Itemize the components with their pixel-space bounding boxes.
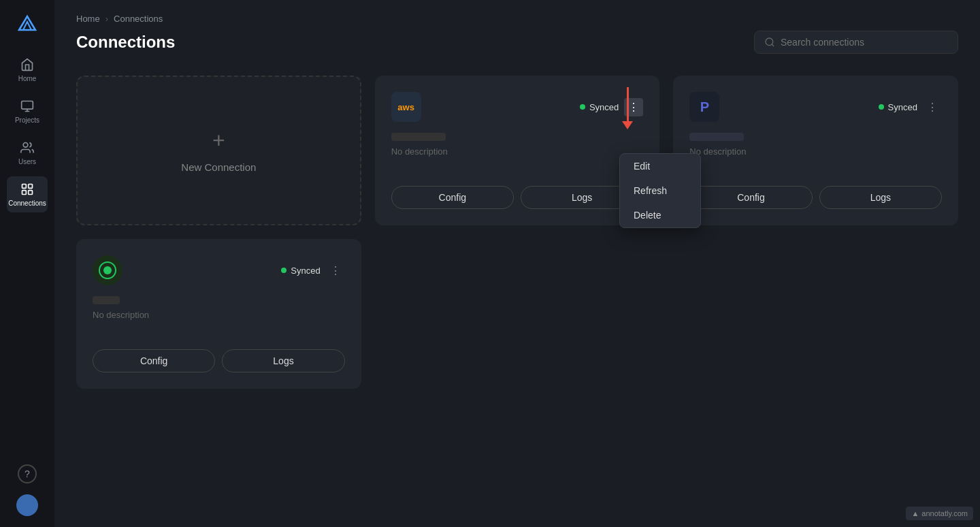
- new-connection-card[interactable]: + New Connection: [76, 76, 361, 225]
- context-menu-delete[interactable]: Delete: [620, 203, 700, 227]
- aws-config-button[interactable]: Config: [391, 186, 514, 209]
- svg-point-1: [23, 143, 28, 148]
- svg-point-9: [103, 266, 112, 274]
- circle-description: No description: [93, 310, 345, 338]
- aws-name-blur: [391, 133, 446, 141]
- page-header: Home › Connections Connections: [54, 0, 980, 65]
- breadcrumb-home[interactable]: Home: [76, 14, 100, 24]
- breadcrumb-current: Connections: [114, 14, 163, 24]
- context-menu-edit[interactable]: Edit: [620, 154, 700, 178]
- users-icon: [20, 140, 35, 155]
- circle-config-button[interactable]: Config: [93, 349, 215, 372]
- prisma-connection-card: P Synced ⋮ No description Config Logs: [673, 76, 958, 225]
- breadcrumb: Home › Connections: [76, 14, 958, 24]
- circle-connection-card: Synced ⋮ No description Config Logs: [76, 239, 361, 389]
- svg-point-6: [766, 38, 773, 46]
- sidebar-item-connections-label: Connections: [8, 199, 46, 207]
- sidebar-item-users[interactable]: Users: [7, 135, 48, 171]
- search-box: [754, 31, 958, 54]
- page-title: Connections: [76, 33, 175, 52]
- circle-menu-button[interactable]: ⋮: [326, 261, 345, 280]
- search-input[interactable]: [781, 37, 948, 48]
- content-area: + New Connection aws Synced ⋮: [54, 65, 980, 527]
- app-logo[interactable]: [14, 11, 41, 38]
- prisma-logs-button[interactable]: Logs: [819, 186, 942, 209]
- aws-description: No description: [391, 146, 644, 175]
- connections-icon: [20, 182, 35, 197]
- search-icon: [764, 37, 775, 48]
- sidebar-item-home[interactable]: Home: [7, 52, 48, 88]
- circle-logo: [93, 255, 122, 285]
- sidebar-item-projects-label: Projects: [15, 116, 39, 124]
- aws-connection-card: aws Synced ⋮ No description Config Logs: [375, 76, 660, 225]
- breadcrumb-separator: ›: [105, 14, 108, 24]
- aws-status: Synced: [580, 102, 619, 112]
- sidebar-item-users-label: Users: [18, 158, 36, 165]
- new-connection-label: New Connection: [181, 161, 256, 173]
- plus-icon: +: [212, 128, 225, 153]
- projects-icon: [20, 99, 35, 114]
- user-avatar[interactable]: [16, 494, 38, 516]
- svg-rect-4: [22, 191, 27, 195]
- prisma-config-button[interactable]: Config: [689, 186, 812, 209]
- svg-rect-2: [22, 185, 27, 189]
- svg-line-7: [772, 44, 774, 46]
- prisma-logo: P: [689, 92, 719, 122]
- circle-status-dot: [281, 268, 287, 273]
- sidebar-item-home-label: Home: [18, 75, 37, 82]
- prisma-menu-button[interactable]: ⋮: [923, 98, 942, 116]
- home-icon: [20, 57, 35, 72]
- aws-status-dot: [580, 104, 585, 110]
- svg-rect-0: [22, 101, 33, 110]
- annotely-icon: ▲: [911, 509, 919, 517]
- circle-name-blur: [93, 296, 120, 304]
- context-menu-refresh[interactable]: Refresh: [620, 178, 700, 203]
- sidebar: Home Projects Users: [0, 0, 54, 527]
- aws-logo: aws: [391, 92, 421, 122]
- circle-status: Synced: [281, 266, 320, 276]
- context-menu: Edit Refresh Delete: [619, 153, 701, 228]
- svg-rect-5: [29, 191, 33, 195]
- annotely-label: annotatly.com: [921, 509, 968, 517]
- prisma-description: No description: [689, 146, 942, 175]
- prisma-status-dot: [879, 104, 884, 110]
- annotely-badge: ▲ annotatly.com: [906, 507, 973, 520]
- sidebar-item-connections[interactable]: Connections: [7, 176, 48, 212]
- main-content: Home › Connections Connections +: [54, 0, 980, 527]
- svg-rect-3: [29, 185, 33, 189]
- prisma-name-blur: [689, 133, 744, 141]
- circle-logs-button[interactable]: Logs: [222, 349, 344, 372]
- help-button[interactable]: ?: [18, 464, 37, 483]
- arrow-indicator: [622, 87, 633, 129]
- sidebar-item-projects[interactable]: Projects: [7, 93, 48, 129]
- prisma-status: Synced: [879, 102, 917, 112]
